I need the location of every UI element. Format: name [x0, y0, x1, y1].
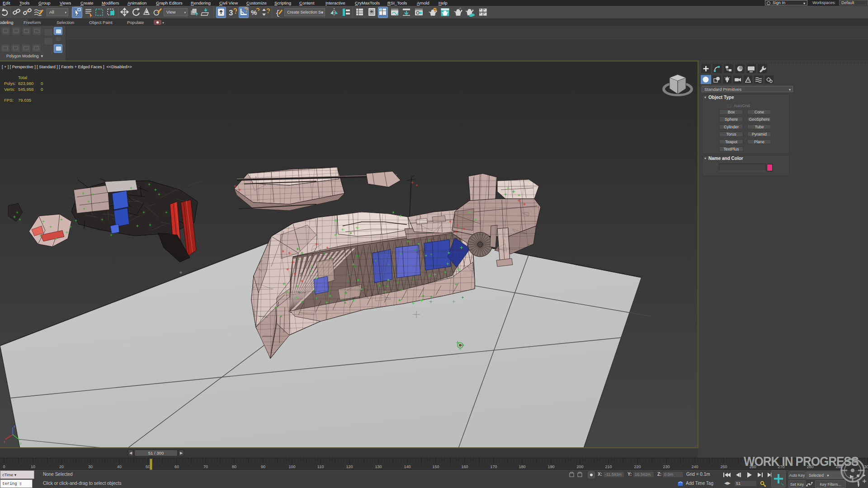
svg-text:%: %: [251, 9, 257, 16]
svg-text:▾: ▾: [162, 21, 164, 25]
svg-text:x: x: [4, 440, 5, 443]
svg-text:z: z: [14, 425, 15, 428]
svg-text:y: y: [20, 441, 22, 445]
svg-text:3: 3: [229, 9, 233, 17]
